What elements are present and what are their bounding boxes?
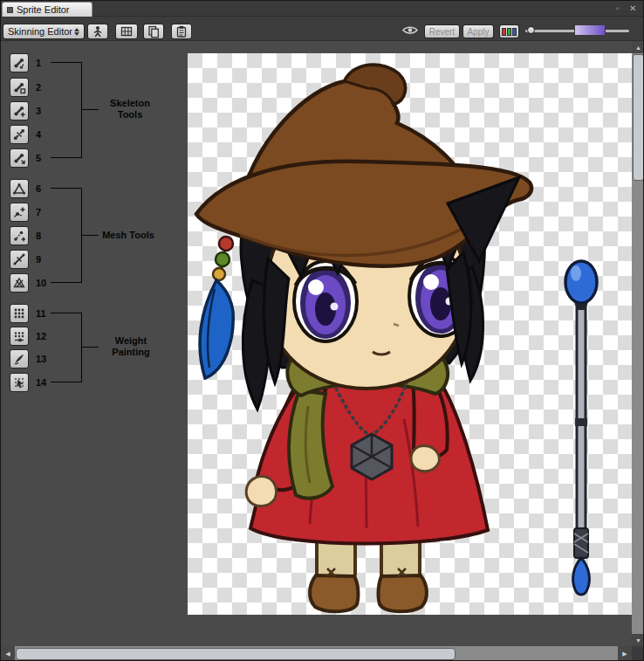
weight-grid-icon: [12, 306, 26, 320]
copy-icon: [147, 24, 161, 38]
tool-button-8[interactable]: [10, 226, 29, 245]
bone-pose-icon: [12, 56, 26, 70]
rig-figure-icon: [91, 24, 105, 38]
restore-window-button[interactable]: ▫: [616, 3, 620, 14]
red-channel-icon: [502, 28, 506, 36]
revert-button[interactable]: Revert: [424, 24, 460, 38]
annotation-number-8: 8: [36, 230, 51, 242]
apply-button[interactable]: Apply: [462, 24, 494, 38]
editor-mode-dropdown[interactable]: Skinning Editor: [3, 24, 85, 39]
window-icon: [7, 7, 13, 13]
sprite-editor-window: Sprite Editor ▫ ✕ Skinning Editor: [0, 0, 644, 661]
annotation-number-2: 2: [36, 81, 51, 93]
window-tab[interactable]: Sprite Editor: [2, 2, 92, 17]
annotation-number-12: 12: [36, 330, 51, 342]
green-channel-icon: [507, 28, 511, 36]
editor-mode-label: Skinning Editor: [8, 26, 72, 37]
tool-button-10[interactable]: [10, 273, 29, 293]
mesh-triangle-icon: [12, 182, 26, 196]
annotation-number-6: 6: [36, 182, 51, 195]
tool-button-7[interactable]: [10, 203, 29, 222]
tool-button-1[interactable]: [10, 53, 29, 72]
annotation-bracket-weight: [51, 313, 82, 382]
annotation-bracket-mesh: [51, 188, 82, 283]
bone-create-icon: [12, 104, 26, 118]
annotation-number-9: 9: [36, 253, 51, 265]
editor-canvas[interactable]: [1, 41, 632, 646]
group-label-weight-painting: WeightPainting: [97, 335, 165, 358]
weight-influence-icon: [12, 375, 26, 389]
tool-button-3[interactable]: [10, 101, 29, 120]
toolbar-button-17[interactable]: [143, 24, 164, 39]
toolbar-button-18[interactable]: [171, 24, 192, 39]
annotation-number-13: 13: [36, 353, 51, 365]
annotation-number-14: 14: [36, 376, 51, 389]
tool-button-11[interactable]: [10, 304, 29, 323]
hat-ornament: [200, 237, 233, 378]
paste-clipboard-icon: [175, 24, 188, 38]
annotation-number-11: 11: [36, 307, 51, 320]
tool-button-12[interactable]: [10, 327, 29, 346]
zoom-slider-thumb[interactable]: [527, 26, 535, 34]
annotation-number-10: 10: [36, 277, 51, 289]
tool-button-14[interactable]: [10, 373, 29, 392]
toolbar-button-15[interactable]: [87, 24, 108, 39]
vertical-scrollbar[interactable]: ▲ ▼: [632, 41, 644, 646]
vertex-create-icon: [12, 205, 26, 219]
horizontal-scrollbar[interactable]: ◀ ▶: [1, 646, 632, 661]
blue-channel-icon: [512, 28, 517, 36]
sprite-sheet-icon: [120, 24, 134, 38]
tool-button-4[interactable]: [10, 125, 29, 144]
annotation-bracket-skeleton: [51, 62, 82, 158]
annotation-number-7: 7: [36, 206, 51, 218]
revert-label: Revert: [429, 27, 455, 37]
bone-restore-icon: [12, 80, 26, 94]
scrollbar-corner: [632, 646, 644, 661]
vertical-scrollbar-thumb[interactable]: [633, 54, 644, 181]
annotation-number-3: 3: [36, 105, 51, 117]
annotation-number-4: 4: [36, 128, 51, 141]
close-window-button[interactable]: ✕: [629, 3, 636, 14]
edge-create-icon: [12, 229, 26, 243]
sprite-canvas[interactable]: [188, 53, 632, 615]
toolbar-button-16[interactable]: [115, 24, 138, 39]
annotation-number-1: 1: [36, 57, 51, 69]
annotation-number-5: 5: [36, 152, 51, 164]
dropdown-arrows-icon: [74, 28, 79, 36]
window-title: Sprite Editor: [17, 4, 70, 15]
apply-label: Apply: [467, 27, 489, 37]
tool-button-13[interactable]: [10, 349, 29, 368]
mesh-delete-icon: [12, 276, 26, 290]
tool-button-2[interactable]: [10, 78, 29, 97]
tool-button-9[interactable]: [10, 250, 29, 269]
scroll-down-button[interactable]: ▼: [632, 634, 644, 646]
staff: [565, 261, 597, 595]
bone-split-icon: [12, 127, 26, 141]
bone-reparent-icon: [12, 151, 26, 165]
group-label-skeleton-tools: SkeletonTools: [97, 98, 163, 120]
edge-split-icon: [12, 252, 26, 266]
eye-icon: [401, 24, 419, 37]
horizontal-scrollbar-thumb[interactable]: [16, 648, 456, 660]
tool-button-6[interactable]: [10, 179, 29, 198]
weight-slider-icon: [12, 329, 26, 343]
group-label-mesh-tools: Mesh Tools: [97, 230, 160, 241]
color-mode-button[interactable]: [499, 24, 519, 38]
tool-button-5[interactable]: [10, 148, 29, 168]
visibility-toggle[interactable]: [401, 24, 419, 37]
weight-brush-icon: [12, 352, 26, 366]
scroll-up-button[interactable]: ▲: [632, 41, 644, 53]
toolbar: Skinning Editor: [1, 17, 644, 41]
title-bar: Sprite Editor ▫ ✕: [1, 1, 644, 17]
scroll-right-button[interactable]: ▶: [618, 646, 632, 661]
zoom-slider-range: [574, 24, 606, 36]
unity-cube-pendant: [352, 434, 392, 479]
scroll-left-button[interactable]: ◀: [1, 646, 15, 661]
character-sprite: [188, 53, 632, 615]
